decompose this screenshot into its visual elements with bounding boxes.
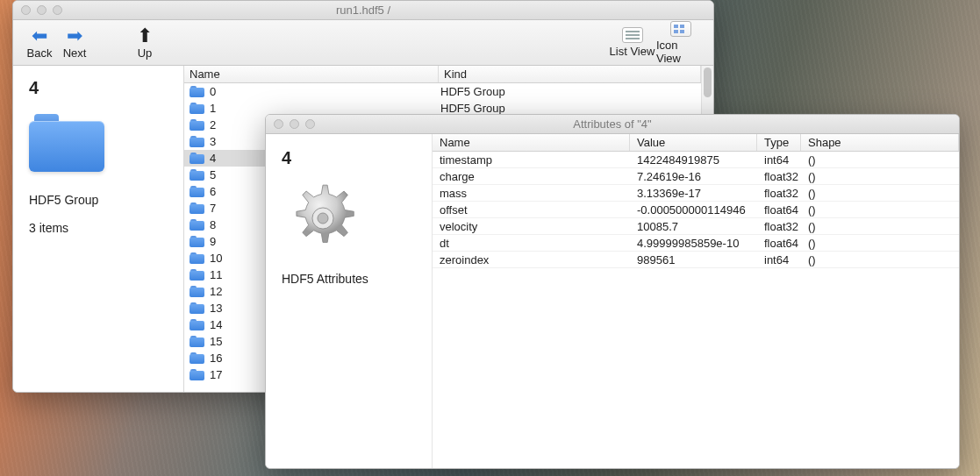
attr-name: offset [433, 203, 630, 217]
table-row[interactable]: timestamp1422484919875int64() [433, 152, 959, 168]
folder-icon [190, 252, 204, 264]
table-row[interactable]: mass3.13369e-17float32() [433, 185, 959, 202]
gear-icon [285, 181, 361, 256]
attr-name: zeroindex [433, 253, 630, 266]
sidebar-title: 4 [29, 78, 168, 98]
arrow-right-icon: ➡ [67, 26, 82, 46]
attr-value: 989561 [630, 253, 757, 266]
icon-view-button[interactable]: Icon View [656, 21, 705, 65]
sidebar-count: 3 items [29, 221, 168, 235]
attr-type: int64 [757, 153, 801, 167]
folder-icon [190, 219, 204, 231]
arrow-left-icon: ⬅ [32, 26, 47, 46]
list-icon [622, 27, 643, 43]
table-row[interactable]: dt4.99999985859e-10float64() [433, 235, 959, 252]
sidebar-kind: HDF5 Group [29, 193, 168, 207]
svg-point-1 [318, 213, 328, 224]
attr-name: charge [433, 170, 630, 183]
attr-value: -0.000500000114946 [630, 203, 757, 217]
sidebar-kind: HDF5 Attributes [282, 272, 416, 286]
attr-name: dt [433, 237, 630, 250]
folder-icon [190, 369, 204, 380]
column-name[interactable]: Name [184, 66, 439, 82]
minimize-icon[interactable] [37, 5, 46, 15]
column-kind[interactable]: Kind [439, 66, 701, 82]
attributes-window: Attributes of "4" 4 HDF5 Attributes [265, 114, 960, 469]
folder-icon [190, 302, 204, 314]
table-row[interactable]: zeroindex989561int64() [433, 252, 959, 268]
attr-value: 7.24619e-16 [630, 170, 757, 183]
window-title: run1.hdf5 / [13, 4, 713, 17]
back-button[interactable]: ⬅Back [22, 26, 57, 60]
column-headers[interactable]: Name Kind [184, 66, 701, 83]
folder-icon [190, 136, 204, 147]
sidebar: 4 HDF5 Group 3 items [13, 66, 184, 392]
folder-icon [190, 319, 204, 330]
folder-icon [190, 336, 204, 347]
folder-icon [190, 169, 204, 181]
folder-icon [190, 186, 204, 197]
attr-shape: () [801, 253, 959, 266]
attr-name: mass [433, 187, 630, 200]
close-icon[interactable] [21, 5, 31, 15]
close-icon[interactable] [274, 119, 283, 129]
folder-icon [190, 202, 204, 214]
table-row[interactable]: offset-0.000500000114946float64() [433, 202, 959, 218]
attr-shape: () [801, 237, 959, 250]
folder-icon [190, 286, 204, 297]
column-name[interactable]: Name [433, 134, 630, 151]
item-name: 0 [210, 85, 440, 98]
arrow-up-icon: ⬆ [137, 26, 153, 46]
attr-shape: () [801, 203, 959, 217]
folder-icon [190, 269, 204, 281]
sidebar: 4 HDF5 Attributes [266, 134, 433, 468]
folder-icon [190, 153, 204, 164]
attr-shape: () [801, 187, 959, 200]
toolbar: ⬅Back ➡Next ⬆Up List View Icon View [13, 20, 713, 66]
list-view-button[interactable]: List View [608, 27, 656, 58]
window-title: Attributes of "4" [266, 117, 959, 131]
attr-name: timestamp [433, 153, 630, 167]
item-kind: HDF5 Group [440, 102, 701, 115]
column-value[interactable]: Value [630, 134, 757, 151]
attr-name: velocity [433, 220, 630, 233]
column-type[interactable]: Type [757, 134, 801, 151]
list-item[interactable]: 0HDF5 Group [184, 83, 701, 100]
table-row[interactable]: charge7.24619e-16float32() [433, 168, 959, 185]
attr-type: float64 [757, 203, 801, 217]
folder-icon [190, 352, 204, 364]
attr-type: float32 [757, 187, 801, 200]
item-kind: HDF5 Group [440, 85, 701, 98]
table-row[interactable]: velocity10085.7float32() [433, 218, 959, 235]
folder-icon [190, 119, 204, 131]
folder-icon [190, 236, 204, 247]
column-headers[interactable]: Name Value Type Shape [433, 134, 959, 152]
titlebar[interactable]: run1.hdf5 / [13, 1, 713, 20]
attr-type: float32 [757, 170, 801, 183]
attr-type: float32 [757, 220, 801, 233]
folder-icon [190, 103, 204, 114]
attr-value: 3.13369e-17 [630, 187, 757, 200]
item-name: 1 [210, 102, 440, 115]
attr-value: 10085.7 [630, 220, 757, 233]
attr-type: int64 [757, 253, 801, 266]
attribute-table: Name Value Type Shape timestamp142248491… [433, 134, 959, 468]
zoom-icon[interactable] [53, 5, 62, 15]
sidebar-title: 4 [282, 148, 416, 168]
zoom-icon[interactable] [305, 119, 315, 129]
attr-shape: () [801, 170, 959, 183]
attr-shape: () [801, 153, 959, 167]
attr-value: 4.99999985859e-10 [630, 237, 757, 250]
next-button[interactable]: ➡Next [57, 26, 92, 60]
folder-icon [29, 114, 104, 172]
grid-icon [670, 21, 691, 37]
titlebar[interactable]: Attributes of "4" [266, 115, 959, 134]
attr-type: float64 [757, 237, 801, 250]
minimize-icon[interactable] [290, 119, 299, 129]
attr-value: 1422484919875 [630, 153, 757, 167]
column-shape[interactable]: Shape [801, 134, 959, 151]
folder-icon [190, 86, 204, 97]
up-button[interactable]: ⬆Up [127, 26, 162, 60]
attr-shape: () [801, 220, 959, 233]
